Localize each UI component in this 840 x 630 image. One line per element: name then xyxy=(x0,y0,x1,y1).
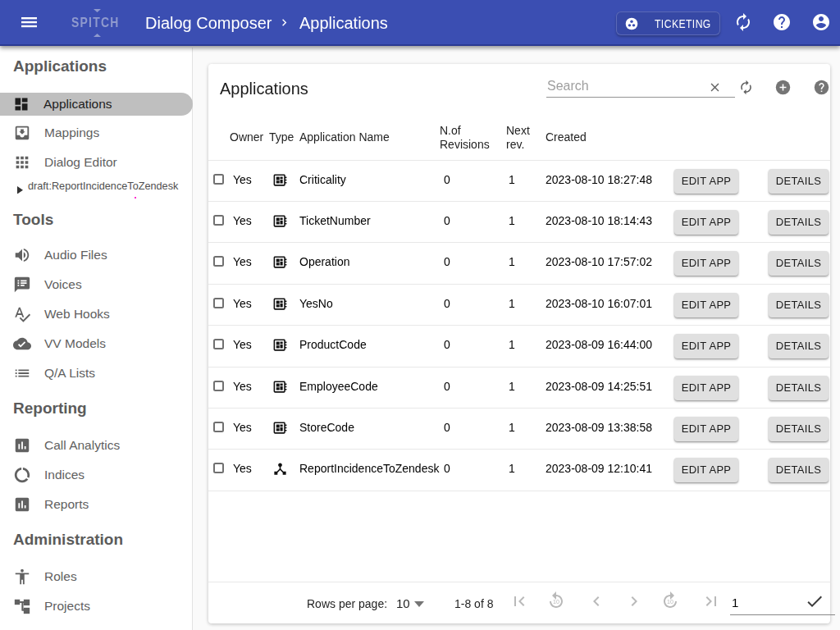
svg-text:10: 10 xyxy=(667,599,673,605)
svg-text:10: 10 xyxy=(553,599,559,605)
